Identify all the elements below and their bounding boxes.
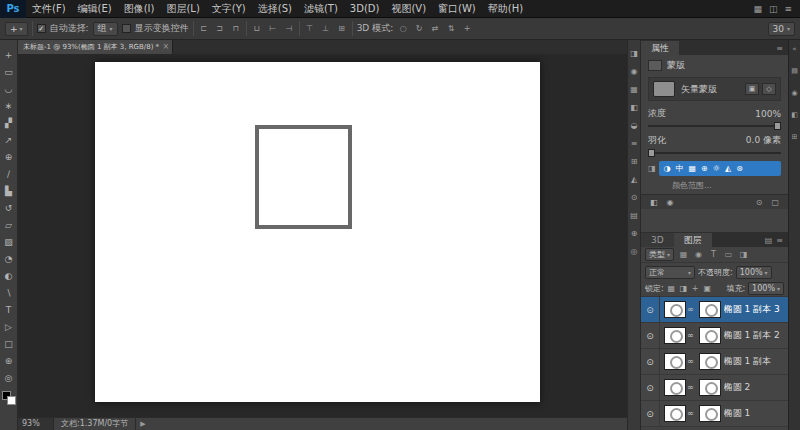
lasso-tool[interactable]: ◡ [1, 81, 17, 97]
show-transform-checkbox[interactable] [122, 24, 131, 33]
layer-row[interactable]: ⊙ ∞ 椭圆 1 副本 [641, 349, 788, 375]
layer-name[interactable]: 椭圆 1 副本 [724, 355, 771, 368]
vector-mask-thumbnail[interactable] [699, 301, 721, 318]
density-slider[interactable] [648, 125, 781, 127]
grid-view-icon[interactable]: ▦ [753, 4, 762, 14]
tool-preset-picker[interactable]: + ▾ [5, 22, 28, 36]
layer-name[interactable]: 椭圆 1 副本 3 [724, 303, 780, 316]
panel-menu-icon[interactable]: ≡ [784, 4, 792, 14]
filter-adjustment-layers-icon[interactable]: ◉ [693, 250, 704, 259]
workspace-icon[interactable]: ◫ [769, 4, 778, 14]
hand-tool[interactable]: ⊛ [1, 353, 17, 369]
close-icon[interactable]: × [162, 40, 169, 54]
eyedropper-tool[interactable]: ↗ [1, 132, 17, 148]
adjust-invert-icon[interactable]: ◑ [664, 164, 671, 173]
path-select-tool[interactable]: ▷ [1, 319, 17, 335]
lock-pixels-icon[interactable]: ◨ [679, 284, 688, 293]
adjust-levels-icon[interactable]: 中 [676, 163, 684, 174]
snapshot-panel-icon[interactable]: ◉ [631, 67, 638, 76]
threed-orbit-icon[interactable]: ○ [397, 24, 409, 33]
feather-slider[interactable] [648, 152, 781, 154]
vector-mask-thumbnail[interactable] [699, 327, 721, 344]
menu-layer[interactable]: 图层(L) [160, 0, 205, 18]
tab-layers[interactable]: 图层 [674, 233, 712, 247]
load-selection-icon[interactable]: ⊙ [756, 198, 763, 207]
panel-menu-icon[interactable]: ≡ [776, 44, 783, 53]
layer-thumbnail[interactable] [664, 327, 686, 344]
zoom-level-field[interactable]: 93% [18, 418, 54, 430]
adjust-exposure-icon[interactable]: ⊕ [701, 164, 708, 173]
styles-panel-icon[interactable]: ◧ [630, 103, 638, 112]
fill-dropdown[interactable]: 100% ▾ [748, 282, 784, 295]
lock-all-icon[interactable]: ▣ [703, 284, 712, 293]
auto-select-target-dropdown[interactable]: 组 ▾ [93, 22, 118, 36]
filter-pixel-layers-icon[interactable]: ▦ [678, 250, 689, 259]
layer-row[interactable]: ⊙ ∞ 椭圆 1 副本 3 [641, 297, 788, 323]
timeline-panel-icon[interactable]: ◎ [631, 247, 638, 256]
threed-scale-icon[interactable]: + [461, 24, 473, 33]
menu-window[interactable]: 窗口(W) [432, 0, 482, 18]
histogram-panel-icon[interactable]: ◭ [631, 175, 637, 184]
brush-tool[interactable]: ∕ [1, 166, 17, 182]
collapse-panels-icon[interactable]: « [792, 45, 796, 53]
menu-view[interactable]: 视图(V) [385, 0, 432, 18]
menu-image[interactable]: 图像(I) [118, 0, 161, 18]
vector-mask-thumbnail[interactable] [699, 353, 721, 370]
align-center-h-icon[interactable]: ⊐ [214, 24, 226, 33]
align-bottom-icon[interactable]: ⊣ [283, 24, 295, 33]
add-pixel-mask-button[interactable]: ▣ [745, 83, 759, 95]
density-slider-knob[interactable] [774, 122, 781, 130]
dock-panel-icon-4[interactable]: ⊞ [792, 133, 798, 141]
layer-row[interactable]: ⊙ ∞ 椭圆 1 [641, 401, 788, 427]
pen-tool[interactable]: ∖ [1, 285, 17, 301]
layer-thumbnail[interactable] [664, 353, 686, 370]
workspace-dropdown[interactable]: 30 ▾ [768, 22, 795, 36]
adjust-curves-icon[interactable]: ▦ [689, 164, 697, 173]
menu-select[interactable]: 选择(S) [252, 0, 298, 18]
layer-thumbnail[interactable] [664, 379, 686, 396]
tab-properties[interactable]: 属性 [641, 41, 679, 55]
vector-mask-thumbnail[interactable] [699, 379, 721, 396]
layer-thumbnail[interactable] [664, 301, 686, 318]
dock-panel-icon-1[interactable]: ▤ [791, 67, 798, 75]
mask-link-icon[interactable]: ∞ [687, 383, 694, 392]
status-options-arrow-icon[interactable]: ▶ [136, 420, 149, 428]
align-left-icon[interactable]: ⊏ [198, 24, 210, 33]
clone-source-panel-icon[interactable]: ⊙ [631, 193, 638, 202]
adjust-brightness-icon[interactable]: ☼ [713, 164, 720, 173]
distribute-v-icon[interactable]: ⊥ [320, 24, 332, 33]
mask-link-icon[interactable]: ∞ [687, 305, 694, 314]
panel-list-icon[interactable]: ▤ [765, 236, 773, 245]
blend-mode-dropdown[interactable]: 正常 ▾ [645, 266, 695, 279]
marquee-tool[interactable]: ▭ [1, 64, 17, 80]
gradient-tool[interactable]: ▨ [1, 234, 17, 250]
layer-name[interactable]: 椭圆 1 副本 2 [724, 329, 780, 342]
adjust-hue-icon[interactable]: ◭ [725, 164, 731, 173]
auto-select-checkbox[interactable]: ✓ [37, 24, 46, 33]
zoom-tool[interactable]: ◎ [1, 370, 17, 386]
mask-link-icon[interactable]: ∞ [687, 357, 694, 366]
threed-rotate-icon[interactable]: ↻ [413, 24, 425, 33]
visibility-eye-icon[interactable]: ⊙ [641, 323, 660, 348]
shape-tool[interactable]: □ [1, 336, 17, 352]
delete-mask-icon[interactable]: ▢ [771, 198, 779, 207]
lock-position-icon[interactable]: + [691, 284, 700, 293]
distribute-h-icon[interactable]: ⊤ [304, 24, 316, 33]
character-panel-icon[interactable]: ▤ [630, 211, 638, 220]
filter-type-layers-icon[interactable]: T [708, 250, 719, 259]
mask-link-icon[interactable]: ∞ [687, 409, 694, 418]
vector-mask-thumbnail[interactable] [653, 81, 675, 97]
align-top-icon[interactable]: ⊔ [251, 24, 263, 33]
opacity-dropdown[interactable]: 100% ▾ [736, 266, 772, 279]
layer-row[interactable]: ⊙ ∞ 椭圆 2 [641, 375, 788, 401]
distribute-all-icon[interactable]: ⊞ [336, 24, 348, 33]
menu-3d[interactable]: 3D(D) [344, 0, 386, 18]
add-vector-mask-button[interactable]: ◇ [762, 83, 776, 95]
menu-type[interactable]: 文字(Y) [206, 0, 252, 18]
filter-smart-objects-icon[interactable]: ◨ [738, 250, 749, 259]
move-tool[interactable]: + [1, 47, 17, 63]
menu-help[interactable]: 帮助(H) [482, 0, 529, 18]
feather-value[interactable]: 0.0 像素 [746, 134, 781, 147]
dodge-tool[interactable]: ◐ [1, 268, 17, 284]
filter-shape-layers-icon[interactable]: ▭ [723, 250, 734, 259]
